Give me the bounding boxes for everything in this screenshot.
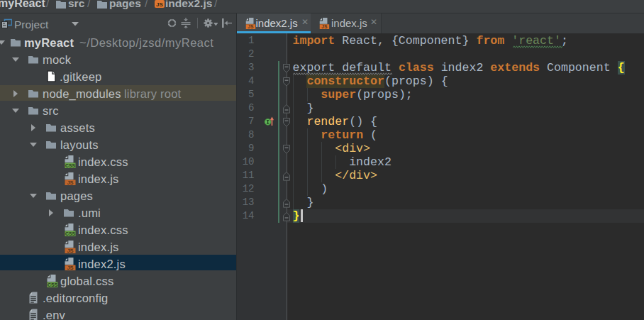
svg-text:JS: JS <box>321 24 328 29</box>
svg-text:CSS: CSS <box>65 231 75 236</box>
svg-text:CSS: CSS <box>48 282 57 287</box>
svg-text:CSS: CSS <box>65 163 75 168</box>
svg-text:JS: JS <box>67 248 73 253</box>
svg-text:JS: JS <box>156 1 163 8</box>
svg-text:JS: JS <box>67 180 73 185</box>
svg-text:JS: JS <box>248 24 254 29</box>
svg-text:JS: JS <box>67 265 73 270</box>
